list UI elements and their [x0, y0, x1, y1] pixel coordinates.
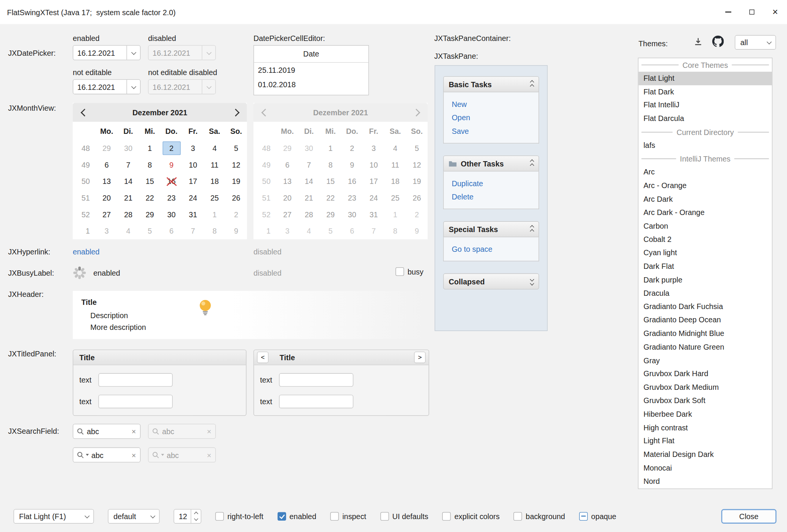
day-cell[interactable]: 13	[96, 173, 118, 190]
previous-month-button[interactable]	[79, 103, 89, 122]
day-cell[interactable]: 26	[225, 190, 247, 206]
datepicker-not-editable[interactable]: 16.12.2021	[73, 79, 141, 94]
searchfield-with-menu-enabled[interactable]: abc ×	[73, 447, 141, 463]
theme-item[interactable]: Gradianto Deep Ocean	[638, 314, 772, 327]
day-cell[interactable]: 8	[139, 157, 161, 173]
theme-item[interactable]: Flat IntelliJ	[638, 99, 772, 112]
theme-item[interactable]: High contrast	[638, 421, 772, 434]
day-cell[interactable]: 22	[139, 190, 161, 206]
day-cell[interactable]: 6	[96, 157, 118, 173]
day-cell[interactable]: 1	[139, 140, 161, 157]
theme-item[interactable]: Carbon	[638, 220, 772, 233]
theme-item[interactable]: Cyan light	[638, 246, 772, 260]
theme-item[interactable]: Gradianto Dark Fuchsia	[638, 300, 772, 313]
day-cell[interactable]: 11	[204, 157, 225, 173]
theme-item[interactable]: Arc - Orange	[638, 179, 772, 192]
datepicker-dropdown-button[interactable]	[126, 80, 140, 94]
day-cell[interactable]: 31	[182, 206, 204, 223]
checkbox-box[interactable]	[579, 512, 587, 520]
day-cell[interactable]: 15	[139, 173, 161, 190]
day-cell[interactable]: 14	[118, 173, 139, 190]
close-window-button[interactable]: ×	[763, 0, 787, 24]
theme-item[interactable]: Dracula	[638, 287, 772, 300]
theme-item[interactable]: Flat Light	[638, 72, 772, 85]
github-icon[interactable]	[712, 36, 724, 47]
day-cell[interactable]: 6	[161, 223, 182, 239]
task-link[interactable]: New	[444, 97, 538, 111]
font-size-spinner[interactable]: 12	[174, 509, 201, 523]
datepicker-cell-editor-table[interactable]: Date 25.11.201901.02.2018	[253, 45, 369, 95]
day-cell[interactable]: 3	[182, 140, 204, 157]
expand-icon[interactable]	[530, 278, 534, 285]
day-cell[interactable]: 20	[96, 190, 118, 206]
table-row[interactable]: 01.02.2018	[254, 77, 368, 92]
theme-item[interactable]: Gruvbox Dark Hard	[638, 367, 772, 381]
theme-item[interactable]: Gradianto Midnight Blue	[638, 327, 772, 340]
theme-item[interactable]: Dark Flat	[638, 260, 772, 273]
collapse-icon[interactable]	[530, 81, 534, 88]
checkbox-box[interactable]	[215, 512, 224, 520]
datepicker-dropdown-button[interactable]	[126, 46, 140, 60]
day-cell[interactable]: 29	[139, 206, 161, 223]
clear-icon[interactable]: ×	[132, 450, 136, 459]
titled-panel-next-button[interactable]: >	[414, 352, 425, 363]
checkbox-box[interactable]	[514, 512, 522, 520]
task-link[interactable]: Delete	[444, 190, 538, 204]
theme-item[interactable]: Flat Dark	[638, 85, 772, 98]
day-cell[interactable]: 21	[118, 190, 139, 206]
task-link[interactable]: Save	[444, 124, 538, 138]
font-combobox[interactable]: default	[108, 509, 159, 523]
theme-item[interactable]: Material Design Dark	[638, 448, 772, 461]
day-cell[interactable]: 4	[204, 140, 225, 157]
titled-panel-prev-button[interactable]: <	[257, 352, 268, 363]
taskpane-header[interactable]: Basic Tasks	[443, 76, 539, 92]
day-cell[interactable]: 16	[161, 173, 182, 190]
searchfield-enabled[interactable]: abc ×	[73, 424, 141, 439]
themes-filter-combobox[interactable]: all	[735, 35, 776, 50]
day-cell[interactable]: 9	[161, 157, 182, 173]
minimize-button[interactable]	[716, 0, 740, 24]
theme-item[interactable]: Arc	[638, 166, 772, 179]
theme-list[interactable]: Core ThemesFlat LightFlat DarkFlat Intel…	[638, 58, 772, 489]
checkbox-box[interactable]	[395, 267, 404, 276]
checkbox-box[interactable]	[442, 512, 451, 520]
day-cell[interactable]: 28	[118, 206, 139, 223]
collapse-icon[interactable]	[530, 226, 534, 233]
theme-item[interactable]: lafs	[638, 139, 772, 152]
theme-item[interactable]: Cobalt 2	[638, 233, 772, 246]
checkbox-ui-defaults[interactable]: UI defaults	[380, 512, 428, 520]
theme-item[interactable]: Monocai	[638, 461, 772, 475]
checkbox-background[interactable]: background	[514, 512, 565, 520]
day-cell[interactable]: 25	[204, 190, 225, 206]
next-month-button[interactable]	[230, 103, 240, 122]
theme-item[interactable]: Gray	[638, 354, 772, 367]
day-cell[interactable]: 23	[161, 190, 182, 206]
day-cell[interactable]: 30	[161, 206, 182, 223]
theme-item[interactable]: Arc Dark - Orange	[638, 206, 772, 219]
monthview-enabled[interactable]: Dezember 2021 Mo.Di.Mi.Do.Fr.Sa.So.48293…	[73, 103, 247, 239]
titled-panel-text-input[interactable]	[98, 395, 173, 408]
theme-item[interactable]: Hiberbee Dark	[638, 408, 772, 421]
checkbox-box[interactable]	[277, 512, 286, 520]
day-cell[interactable]: 27	[96, 206, 118, 223]
checkbox-enabled[interactable]: enabled	[277, 512, 316, 520]
day-cell[interactable]: 7	[182, 223, 204, 239]
theme-item[interactable]: Dark purple	[638, 273, 772, 287]
checkbox-right-to-left[interactable]: right-to-left	[215, 512, 263, 520]
theme-item[interactable]: Arc Dark	[638, 193, 772, 206]
table-column-header[interactable]: Date	[254, 46, 368, 63]
task-link[interactable]: Duplicate	[444, 177, 538, 190]
checkbox-box[interactable]	[330, 512, 338, 520]
day-cell[interactable]: 24	[182, 190, 204, 206]
day-cell[interactable]: 30	[118, 140, 139, 157]
theme-item[interactable]: Light Flat	[638, 435, 772, 448]
day-cell[interactable]: 2	[161, 140, 182, 157]
checkbox-opaque[interactable]: opaque	[579, 512, 616, 520]
laf-combobox[interactable]: Flat Light (F1)	[14, 509, 94, 523]
download-icon[interactable]	[693, 37, 703, 47]
day-cell[interactable]: 7	[118, 157, 139, 173]
task-link[interactable]: Open	[444, 111, 538, 124]
table-row[interactable]: 25.11.2019	[254, 63, 368, 77]
titled-panel-text-input[interactable]	[98, 373, 173, 387]
clear-icon[interactable]: ×	[132, 427, 136, 435]
